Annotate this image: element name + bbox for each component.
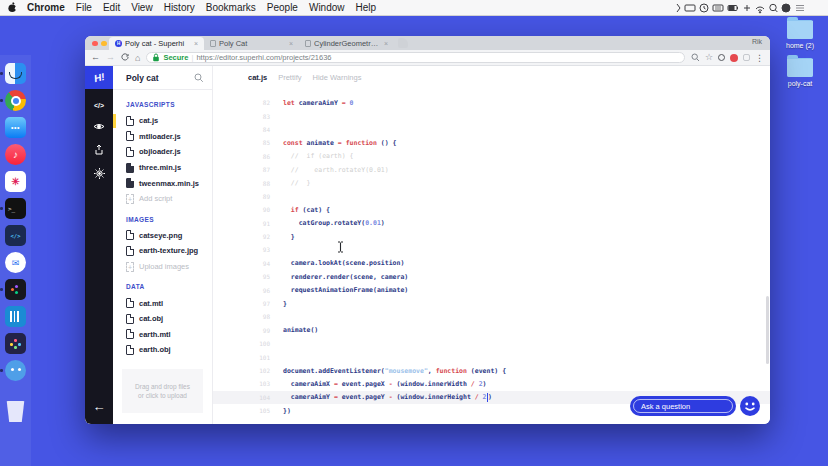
- desktop-folder[interactable]: poly-cat: [778, 58, 822, 87]
- search-files-icon[interactable]: [194, 73, 204, 83]
- menu-item-window[interactable]: Window: [309, 2, 345, 13]
- desktop-folder[interactable]: home (2): [778, 20, 822, 49]
- chat-smiley-button[interactable]: [740, 396, 760, 416]
- trash-dock-item[interactable]: [5, 401, 26, 422]
- file-item[interactable]: cat.js: [113, 113, 212, 129]
- file-dropzone[interactable]: Drag and drop files or click to upload: [122, 369, 203, 413]
- search-icon[interactable]: [691, 53, 700, 62]
- settings-gear-icon[interactable]: [94, 168, 105, 179]
- forward-icon[interactable]: →: [106, 53, 115, 62]
- code-line[interactable]: 85const animate = function () {: [213, 136, 770, 149]
- code-line[interactable]: 101: [213, 350, 770, 363]
- slack-dock-item[interactable]: ✳: [5, 171, 26, 192]
- bird-dock-item[interactable]: [5, 360, 26, 381]
- share-upload-icon[interactable]: [94, 144, 104, 155]
- apple-menu-icon[interactable]: [8, 2, 17, 13]
- minimize-window-button[interactable]: [101, 41, 107, 47]
- new-tab-button[interactable]: [398, 38, 408, 48]
- scrollbar-thumb[interactable]: [766, 296, 769, 364]
- desktop-folders: home (2)poly-cat: [778, 20, 822, 87]
- close-window-button[interactable]: [92, 41, 98, 47]
- code-line[interactable]: 86 // if (earth) {: [213, 150, 770, 163]
- code-view-icon[interactable]: </>: [94, 102, 104, 109]
- menu-item-bookmarks[interactable]: Bookmarks: [206, 2, 256, 13]
- tab-close-icon[interactable]: ×: [289, 40, 293, 47]
- address-bar[interactable]: Secure | https://editor.superhi.com/proj…: [146, 52, 684, 63]
- code-line[interactable]: 98: [213, 310, 770, 323]
- terminal-dock-item[interactable]: >_: [5, 198, 26, 219]
- code-line[interactable]: 100: [213, 337, 770, 350]
- file-item[interactable]: earth.obj: [113, 342, 212, 358]
- menu-item-edit[interactable]: Edit: [103, 2, 120, 13]
- back-arrow-button[interactable]: ←: [85, 399, 113, 414]
- url-text[interactable]: https://editor.superhi.com/projects/2163…: [196, 53, 331, 62]
- browser-tab[interactable]: HPoly cat - Superhi×: [109, 37, 204, 50]
- browser-menu-icon[interactable]: ⋮: [755, 53, 764, 63]
- file-item[interactable]: objloader.js: [113, 144, 212, 160]
- file-item[interactable]: earth.mtl: [113, 327, 212, 343]
- ask-question-button[interactable]: Ask a question: [630, 396, 736, 416]
- code-line[interactable]: 89: [213, 190, 770, 203]
- reload-icon[interactable]: [121, 53, 129, 63]
- file-item[interactable]: earth-texture.jpg: [113, 243, 212, 259]
- file-item[interactable]: three.min.js: [113, 160, 212, 176]
- menu-item-chrome[interactable]: Chrome: [27, 2, 65, 13]
- music-bars-dock-item[interactable]: [5, 306, 26, 327]
- code-line[interactable]: 84: [213, 123, 770, 136]
- code-line[interactable]: 102document.addEventListener("mousemove"…: [213, 364, 770, 377]
- profile-label[interactable]: Rik: [752, 38, 762, 45]
- code-editor[interactable]: 82let cameraAimY = 0838485const animate …: [213, 88, 770, 424]
- figma-dock-item[interactable]: [5, 279, 26, 300]
- code-line[interactable]: 88 // }: [213, 176, 770, 189]
- prettify-button[interactable]: Prettify: [278, 73, 301, 82]
- code-line[interactable]: 103 cameraAimX = event.pageX - (window.i…: [213, 377, 770, 390]
- file-item[interactable]: tweenmax.min.js: [113, 175, 212, 191]
- browser-tab[interactable]: CylinderGeometry - three.js×: [299, 37, 394, 50]
- code-line[interactable]: 94 camera.lookAt(scene.position): [213, 257, 770, 270]
- add-file-button[interactable]: +Add script: [113, 191, 212, 207]
- chrome-dock-item[interactable]: [5, 90, 26, 111]
- code-line[interactable]: 87 // earth.rotateY(0.01): [213, 163, 770, 176]
- music-dock-item[interactable]: ♪: [5, 144, 26, 165]
- extension-icon[interactable]: [718, 54, 725, 61]
- menu-status-icons[interactable]: [674, 2, 820, 14]
- code-token: =: [342, 99, 350, 107]
- file-item[interactable]: catseye.png: [113, 228, 212, 244]
- open-file-tab[interactable]: cat.js: [248, 73, 267, 82]
- menu-item-help[interactable]: Help: [356, 2, 377, 13]
- code-line[interactable]: 90 if (cat) {: [213, 203, 770, 216]
- tab-close-icon[interactable]: ×: [194, 40, 198, 47]
- code-line[interactable]: 93: [213, 243, 770, 256]
- tab-close-icon[interactable]: ×: [384, 40, 388, 47]
- file-item[interactable]: cat.mtl: [113, 295, 212, 311]
- code-line[interactable]: 97}: [213, 297, 770, 310]
- code-line[interactable]: 82let cameraAimY = 0: [213, 96, 770, 109]
- home-icon[interactable]: ⌂: [135, 53, 140, 63]
- menu-item-people[interactable]: People: [267, 2, 298, 13]
- bookmark-star-icon[interactable]: ☆: [705, 53, 713, 62]
- adblock-icon[interactable]: [730, 54, 738, 62]
- menu-item-history[interactable]: History: [164, 2, 195, 13]
- superhi-logo[interactable]: H!: [85, 66, 113, 89]
- inactive-extension-icon[interactable]: [743, 54, 750, 61]
- code-line[interactable]: 99animate(): [213, 324, 770, 337]
- back-icon[interactable]: ←: [91, 53, 100, 62]
- file-item[interactable]: mtlloader.js: [113, 129, 212, 145]
- messages-dock-item[interactable]: •••: [5, 117, 26, 138]
- menu-item-view[interactable]: View: [131, 2, 153, 13]
- code-line[interactable]: 91 catGroup.rotateY(0.01): [213, 217, 770, 230]
- code-line[interactable]: 96 requestAnimationFrame(animate): [213, 283, 770, 296]
- sketch-dock-item[interactable]: [5, 333, 26, 354]
- code-line[interactable]: 95 renderer.render(scene, camera): [213, 270, 770, 283]
- mail-dock-item[interactable]: ✉: [5, 252, 26, 273]
- hide-warnings-button[interactable]: Hide Warnings: [313, 73, 362, 82]
- preview-eye-icon[interactable]: [93, 122, 105, 131]
- menu-item-file[interactable]: File: [76, 2, 92, 13]
- file-item[interactable]: cat.obj: [113, 311, 212, 327]
- code-line[interactable]: 92 }: [213, 230, 770, 243]
- add-file-button[interactable]: +Upload images: [113, 259, 212, 275]
- browser-tab[interactable]: Poly Cat×: [204, 37, 299, 50]
- finder-dock-item[interactable]: [5, 63, 26, 84]
- code-line[interactable]: 83: [213, 109, 770, 122]
- code-editor-dock-item[interactable]: </>: [5, 225, 26, 246]
